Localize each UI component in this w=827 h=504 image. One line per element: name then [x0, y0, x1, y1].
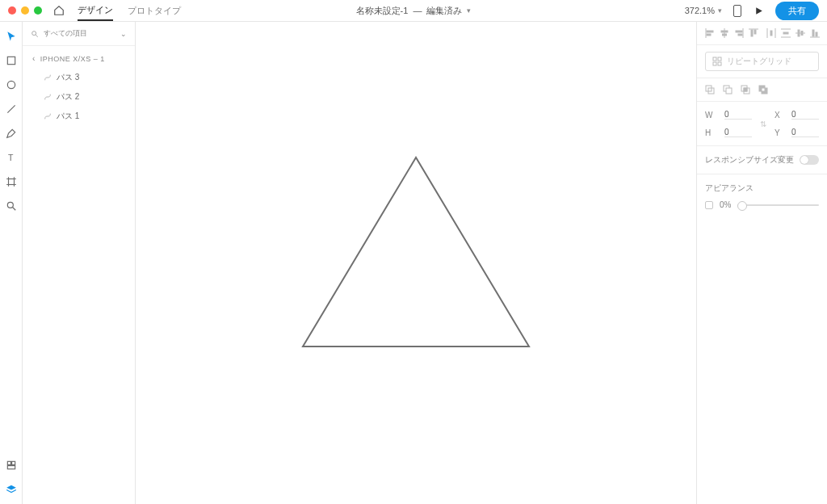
align-center-h-icon[interactable] [720, 28, 729, 38]
x-input[interactable]: 0 [791, 110, 819, 120]
align-bottom-icon[interactable] [810, 28, 820, 38]
tab-prototype-label: プロトタイプ [128, 5, 181, 17]
pen-tool[interactable] [5, 127, 18, 140]
assets-panel-icon[interactable] [5, 459, 18, 472]
app-topbar: デザイン プロトタイプ 名称未設定-1 — 編集済み ▾ 372.1% ▾ 共有 [0, 0, 827, 22]
svg-rect-37 [713, 57, 716, 61]
layer-item[interactable]: パス 3 [23, 68, 135, 87]
svg-rect-15 [707, 34, 711, 36]
svg-rect-32 [798, 30, 800, 36]
chevron-down-icon: ⌄ [120, 30, 127, 38]
svg-rect-17 [721, 31, 728, 32]
path-icon [44, 74, 52, 82]
tab-prototype[interactable]: プロトタイプ [128, 0, 181, 21]
document-title[interactable]: 名称未設定-1 — 編集済み ▾ [356, 5, 472, 17]
left-toolbar: T [0, 22, 23, 504]
ellipse-tool[interactable] [5, 78, 18, 91]
layers-search[interactable]: すべての項目 ⌄ [23, 22, 135, 46]
x-label: X [775, 111, 787, 120]
line-tool[interactable] [5, 103, 18, 116]
layer-item-label: パス 1 [57, 111, 79, 122]
chevron-down-icon: ▾ [718, 6, 722, 15]
distribute-h-icon[interactable] [766, 28, 776, 38]
responsive-toggle[interactable] [800, 155, 819, 165]
document-status: 編集済み [426, 5, 462, 17]
svg-rect-4 [8, 179, 14, 185]
lock-aspect-icon[interactable]: ⇅ [757, 120, 770, 128]
inspector-panel: リピートグリッド W 0 ⇅ X 0 H 0 Y 0 レス [696, 22, 827, 504]
opacity-checkbox[interactable] [705, 201, 713, 209]
align-center-v-icon[interactable] [796, 28, 805, 38]
width-input[interactable]: 0 [724, 110, 752, 120]
triangle-shape[interactable] [295, 153, 537, 355]
svg-rect-8 [11, 461, 15, 464]
responsive-resize-label: レスポンシブサイズ変更 [705, 154, 794, 166]
select-tool[interactable] [5, 30, 18, 43]
zoom-level[interactable]: 372.1% ▾ [685, 6, 722, 15]
artboard-breadcrumb[interactable]: ‹ IPHONE X/XS – 1 [23, 46, 135, 68]
opacity-slider[interactable] [737, 204, 819, 206]
opacity-value[interactable]: 0% [720, 200, 731, 209]
svg-rect-38 [718, 57, 721, 61]
svg-point-10 [32, 31, 36, 35]
responsive-resize-row: レスポンシブサイズ変更 [697, 146, 827, 174]
svg-rect-50 [762, 88, 765, 91]
rectangle-tool[interactable] [5, 54, 18, 67]
device-preview-icon[interactable] [733, 5, 741, 17]
align-left-icon[interactable] [705, 28, 715, 38]
repeat-grid-button[interactable]: リピートグリッド [705, 52, 819, 71]
window-controls [8, 6, 42, 15]
path-icon [44, 112, 52, 120]
pathfinder-exclude-icon[interactable] [758, 85, 768, 94]
tab-design-label: デザイン [78, 4, 113, 16]
layer-item-label: パス 2 [57, 91, 79, 103]
svg-point-1 [7, 81, 15, 88]
svg-rect-40 [718, 62, 721, 65]
repeat-grid-label: リピートグリッド [727, 56, 791, 67]
minimize-window-button[interactable] [21, 6, 29, 15]
svg-rect-35 [812, 30, 814, 36]
svg-rect-20 [736, 31, 742, 32]
width-label: W [705, 111, 720, 120]
y-input[interactable]: 0 [791, 128, 819, 137]
layer-item[interactable]: パス 2 [23, 87, 135, 107]
svg-point-5 [7, 202, 13, 208]
path-icon [44, 93, 52, 101]
distribute-v-icon[interactable] [781, 28, 791, 38]
layers-search-placeholder: すべての項目 [44, 28, 115, 39]
height-input[interactable]: 0 [724, 128, 752, 137]
appearance-section: アピアランス 0% [697, 174, 827, 217]
svg-rect-47 [744, 88, 747, 91]
svg-rect-21 [738, 34, 742, 36]
svg-rect-7 [7, 461, 10, 464]
align-right-icon[interactable] [734, 28, 744, 38]
canvas[interactable] [136, 22, 696, 504]
home-icon[interactable] [53, 5, 65, 16]
search-icon [31, 30, 39, 38]
svg-rect-39 [713, 62, 716, 65]
align-controls [697, 22, 827, 45]
align-top-icon[interactable] [749, 28, 758, 38]
close-window-button[interactable] [8, 6, 16, 15]
svg-rect-44 [726, 88, 732, 94]
layer-item[interactable]: パス 1 [23, 107, 135, 126]
pathfinder-intersect-icon[interactable] [741, 85, 750, 94]
height-label: H [705, 128, 720, 137]
artboard-tool[interactable] [5, 175, 18, 188]
layers-panel-icon[interactable] [5, 483, 18, 496]
svg-line-11 [36, 35, 38, 37]
play-icon[interactable] [753, 5, 764, 16]
tab-design[interactable]: デザイン [78, 0, 113, 21]
appearance-label: アピアランス [705, 183, 819, 194]
layer-item-label: パス 3 [57, 72, 79, 83]
svg-rect-33 [801, 32, 803, 36]
svg-rect-0 [7, 57, 15, 64]
text-tool[interactable]: T [5, 151, 18, 164]
svg-rect-30 [783, 32, 788, 34]
pathfinder-subtract-icon[interactable] [723, 85, 733, 94]
share-button[interactable]: 共有 [775, 2, 819, 20]
svg-text:T: T [7, 153, 13, 162]
pathfinder-add-icon[interactable] [705, 85, 715, 94]
zoom-window-button[interactable] [34, 6, 42, 15]
zoom-tool[interactable] [5, 200, 18, 212]
